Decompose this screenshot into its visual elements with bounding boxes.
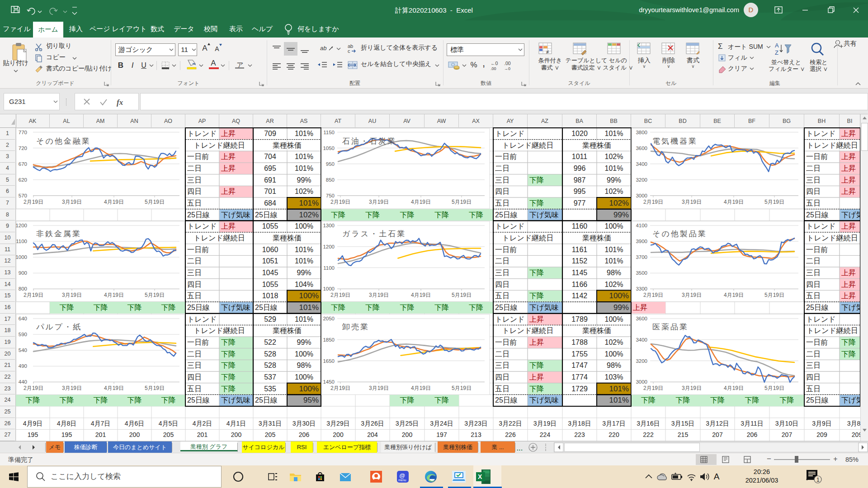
svg-text:X: X [478, 473, 482, 480]
svg-text:1: 1 [816, 477, 820, 483]
svg-text:menu: menu [398, 479, 406, 482]
svg-text:@: @ [399, 472, 405, 479]
